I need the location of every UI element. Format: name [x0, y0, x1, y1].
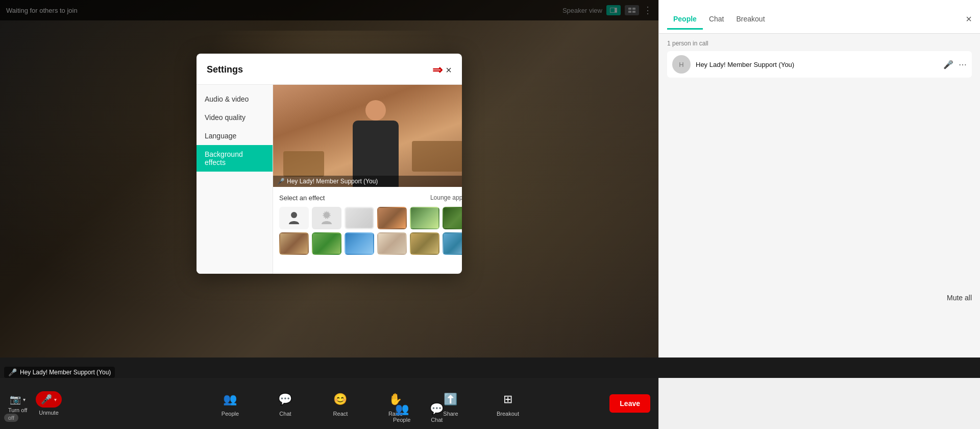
- video-preview-thumbnail: 🎤 Hey Lady! Member Support (You): [273, 85, 462, 187]
- video-name-label: 🎤 Hey Lady! Member Support (You): [4, 367, 115, 378]
- react-icon: 😊: [331, 390, 350, 409]
- mute-participant-button[interactable]: 🎤: [943, 60, 953, 69]
- tab-breakout[interactable]: Breakout: [730, 10, 771, 30]
- mini-people-button[interactable]: 👥 People: [393, 402, 410, 423]
- chat-label: Chat: [279, 411, 291, 417]
- svg-point-8: [291, 212, 297, 218]
- mute-all-area: Mute all: [947, 293, 972, 302]
- modal-title: Settings: [207, 64, 243, 75]
- share-label: Share: [443, 411, 458, 417]
- preview-mic-icon: 🎤: [277, 178, 285, 185]
- effect-ocean-button[interactable]: [345, 232, 374, 255]
- effects-header: Select an effect Lounge applied: [279, 194, 462, 202]
- people-button[interactable]: 👥 People: [212, 390, 249, 417]
- mute-all-button[interactable]: Mute all: [947, 294, 972, 302]
- video-participant-name: Hey Lady! Member Support (You): [20, 369, 111, 376]
- chat-button[interactable]: 💬 Chat: [267, 390, 304, 417]
- nav-video-quality[interactable]: Video quality: [197, 108, 273, 127]
- close-arrow-container: ⇒ ×: [432, 63, 452, 77]
- sidebar-tabs: People Chat Breakout ×: [659, 0, 980, 34]
- right-sidebar: People Chat Breakout × 1 person in call …: [658, 0, 980, 358]
- tab-chat[interactable]: Chat: [703, 10, 730, 30]
- breakout-label: Breakout: [497, 411, 519, 417]
- lounge-applied-label: Lounge applied: [430, 194, 462, 201]
- bottom-mini-nav: 👥 People 💬 Chat: [393, 402, 444, 423]
- person-icon: [288, 211, 300, 225]
- preview-participant-name: Hey Lady! Member Support (You): [287, 178, 378, 185]
- svg-point-9: [324, 212, 330, 218]
- react-button[interactable]: 😊 React: [322, 390, 359, 417]
- preview-name-bar: 🎤 Hey Lady! Member Support (You): [273, 176, 462, 187]
- modal-header: Settings ⇒ ×: [197, 54, 462, 85]
- unmute-group: 🎤 ▾ Unmute: [36, 391, 62, 416]
- participant-name: Hey Lady! Member Support (You): [696, 61, 938, 68]
- mini-people-icon: 👥: [395, 402, 409, 416]
- mini-chat-button[interactable]: 💬 Chat: [430, 402, 444, 423]
- sidebar-content: 1 person in call H Hey Lady! Member Supp…: [659, 34, 980, 358]
- mini-chat-icon: 💬: [430, 402, 444, 416]
- select-effect-label: Select an effect: [279, 194, 325, 202]
- effect-forest-button[interactable]: [443, 207, 462, 229]
- turn-off-group: 📷 ▾ Turn off: [8, 394, 27, 413]
- turn-off-label: Turn off: [8, 407, 27, 413]
- people-label: People: [222, 411, 239, 417]
- camera-icon: 📷: [10, 394, 21, 405]
- camera-button[interactable]: 📷 ▾: [10, 394, 26, 405]
- in-call-label: 1 person in call: [667, 40, 972, 47]
- participant-avatar: H: [672, 55, 691, 74]
- blur-icon: [321, 211, 333, 225]
- avatar-initials: H: [679, 61, 683, 68]
- participant-more-button[interactable]: ⋯: [959, 60, 967, 69]
- close-arrow-indicator: ⇒: [432, 63, 443, 77]
- unmute-button-group[interactable]: 🎤 ▾: [36, 391, 62, 408]
- leave-button[interactable]: Leave: [609, 394, 650, 413]
- turn-off-inner: 📷 ▾: [10, 394, 26, 405]
- nav-language[interactable]: Language: [197, 127, 273, 145]
- effects-grid: [279, 207, 462, 255]
- effects-area: Select an effect Lounge applied: [273, 187, 462, 274]
- settings-content: 🎤 Hey Lady! Member Support (You) Select …: [273, 85, 462, 274]
- settings-modal: Settings ⇒ × Audio & video Video quality…: [197, 54, 462, 274]
- camera-dropdown-icon: ▾: [23, 397, 26, 402]
- settings-nav: Audio & video Video quality Language Bac…: [197, 85, 273, 274]
- breakout-icon: ⊞: [499, 390, 517, 409]
- nav-background-effects[interactable]: Background effects: [197, 145, 273, 172]
- center-tools: 👥 People 💬 Chat 😊 React ✋ Raise ⬆️ Share…: [212, 390, 528, 417]
- chat-icon: 💬: [276, 390, 295, 409]
- bottom-right-area: [658, 378, 980, 429]
- effect-blur-button[interactable]: [312, 207, 341, 229]
- mic-dropdown-icon: ▾: [54, 397, 57, 402]
- mic-off-icon: 🎤: [8, 368, 17, 376]
- effect-none-button[interactable]: [279, 207, 309, 229]
- people-icon: 👥: [221, 390, 239, 409]
- effect-library-button[interactable]: [279, 232, 309, 255]
- effect-garden-button[interactable]: [410, 207, 439, 229]
- breakout-button[interactable]: ⊞ Breakout: [487, 390, 528, 417]
- mini-chat-label: Chat: [431, 417, 443, 423]
- tab-people[interactable]: People: [667, 10, 703, 30]
- effect-plant-button[interactable]: [312, 232, 341, 255]
- effect-lounge-button[interactable]: [377, 207, 407, 229]
- modal-body: Audio & video Video quality Language Bac…: [197, 85, 462, 274]
- sidebar-close-button[interactable]: ×: [966, 13, 972, 25]
- share-icon: ⬆️: [442, 390, 460, 409]
- off-badge: off: [4, 414, 18, 422]
- effect-desert-button[interactable]: [410, 232, 439, 255]
- effect-arch-button[interactable]: [443, 232, 462, 255]
- unmute-label: Unmute: [39, 410, 59, 416]
- mini-people-label: People: [393, 417, 410, 423]
- effect-slight-blur-button[interactable]: [345, 207, 374, 229]
- nav-audio-video[interactable]: Audio & video: [197, 90, 273, 108]
- effect-modern-button[interactable]: [377, 232, 407, 255]
- modal-overlay: Settings ⇒ × Audio & video Video quality…: [0, 0, 658, 358]
- mic-slash-icon: 🎤: [41, 394, 52, 405]
- bottom-toolbar: 📷 ▾ Turn off 🎤 ▾ Unmute 👥 People 💬 Chat …: [0, 378, 658, 429]
- participant-row: H Hey Lady! Member Support (You) 🎤 ⋯: [667, 51, 972, 78]
- close-modal-button[interactable]: ×: [446, 65, 452, 75]
- react-label: React: [333, 411, 348, 417]
